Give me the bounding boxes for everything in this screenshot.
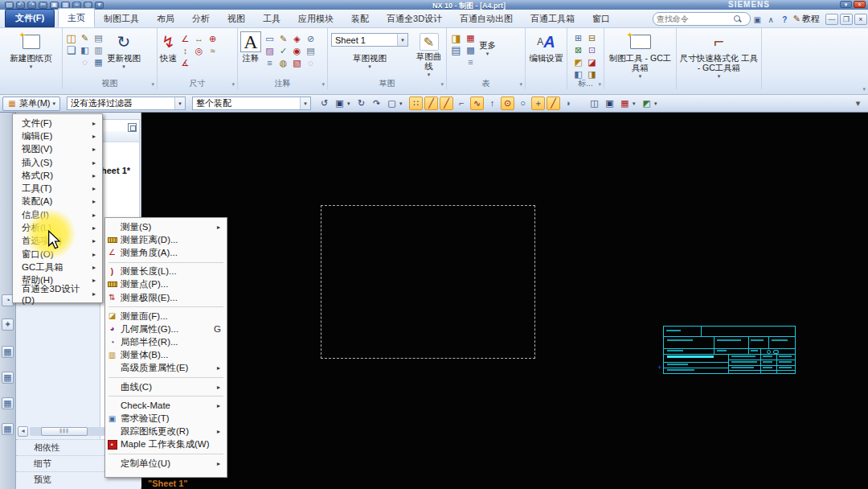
note-button[interactable]: A 注释: [238, 30, 264, 68]
tab-baitong-3d[interactable]: 百通全3D设计: [378, 10, 451, 27]
bend-table-icon[interactable]: [465, 44, 477, 55]
chamfer-dimension-icon[interactable]: [207, 45, 219, 56]
sheet-combo-dropdown-icon[interactable]: [397, 34, 407, 46]
selection-scope-combo[interactable]: 整个装配: [192, 97, 311, 110]
sheet-tab-label[interactable]: "Sheet 1": [148, 479, 188, 488]
command-finder[interactable]: [653, 12, 751, 26]
submenu-item-measure-face[interactable]: 测量面(F)...: [105, 310, 227, 323]
doc-close-button[interactable]: [854, 14, 867, 25]
app-close-button[interactable]: [854, 1, 866, 8]
submenu-item-measure-extrema[interactable]: 测量极限(E)...: [105, 291, 227, 304]
doc-minimize-button[interactable]: [825, 14, 838, 25]
more-dropdown-icon[interactable]: [486, 51, 489, 57]
submenu-item-maple-worksheet[interactable]: Maple 工作表集成(W): [105, 438, 227, 451]
std-icon-2[interactable]: [586, 32, 598, 43]
layer-settings-icon[interactable]: [618, 97, 632, 110]
menu-item-gc-toolbox[interactable]: GC工具箱: [13, 261, 102, 273]
more-button[interactable]: 更多: [477, 30, 498, 68]
wcs-dynamics-icon[interactable]: [588, 97, 601, 110]
datum-target-icon[interactable]: [305, 33, 317, 44]
menu-item-baitong-3d[interactable]: 百通全3D设计(D): [13, 287, 102, 300]
full-screen-icon[interactable]: [840, 1, 852, 8]
view-operations-dropdown-icon[interactable]: [654, 101, 661, 107]
tutorial-button[interactable]: 教程: [793, 13, 820, 25]
gc-dimension-format-button[interactable]: 尺寸快速格式化 工具 - GC工具箱: [677, 30, 761, 81]
snapshot-dropdown-icon[interactable]: [347, 101, 354, 107]
tab-layout[interactable]: 布局: [148, 10, 183, 27]
base-view-icon[interactable]: [65, 44, 77, 55]
selection-filter-combo[interactable]: 没有选择过滤器: [67, 97, 186, 110]
tab-home[interactable]: 主页: [58, 8, 95, 27]
feature-control-frame-icon[interactable]: [264, 33, 276, 44]
datum-feature-icon[interactable]: [291, 33, 303, 44]
menu-item-view[interactable]: 视图(V): [13, 143, 102, 156]
weld-symbol-icon[interactable]: [291, 57, 303, 68]
layer-dropdown-icon[interactable]: [633, 101, 639, 107]
tab-tools[interactable]: 工具: [254, 10, 289, 27]
snap-center-icon[interactable]: [501, 97, 514, 110]
ribbon-options-icon[interactable]: [862, 86, 866, 92]
snapshot-icon[interactable]: [333, 97, 346, 110]
annotation-edit-icon[interactable]: [277, 33, 289, 44]
copy-icon[interactable]: [50, 2, 59, 9]
tab-application[interactable]: 应用模块: [289, 10, 342, 27]
submenu-item-requirements-validation[interactable]: 需求验证(T): [105, 412, 227, 425]
angular-dimension-icon[interactable]: [179, 33, 191, 44]
view-group-launcher-icon[interactable]: [151, 81, 154, 88]
scrollbar-thumb[interactable]: ⦀⦀⦀: [41, 427, 88, 436]
snap-midpoint-icon[interactable]: [440, 97, 453, 110]
text-icon[interactable]: [264, 57, 276, 68]
assembly-navigator-icon[interactable]: [2, 346, 14, 358]
projected-view-icon[interactable]: [79, 32, 91, 43]
search-icon[interactable]: [734, 15, 741, 23]
roles-palette-icon[interactable]: [2, 318, 14, 331]
update-views-dropdown-icon[interactable]: [122, 64, 125, 70]
gc-dimension-dropdown-icon[interactable]: [718, 73, 721, 80]
balloon-icon[interactable]: [305, 57, 317, 68]
parts-list-icon[interactable]: [450, 44, 462, 55]
move-object-icon[interactable]: [603, 97, 616, 110]
snap-point-icon[interactable]: [409, 97, 423, 110]
table-note-icon[interactable]: [450, 32, 462, 43]
tab-assemblies[interactable]: 装配: [342, 10, 378, 27]
target-point-icon[interactable]: [291, 45, 303, 56]
symbol-check-icon[interactable]: [277, 45, 289, 56]
sketch-view-label[interactable]: 草图视图: [353, 53, 387, 63]
tab-drafting-tools[interactable]: 制图工具: [95, 10, 148, 27]
section-view-icon[interactable]: [92, 32, 104, 43]
crosshatch-icon[interactable]: [264, 45, 276, 56]
sketch-curve-dropdown-icon[interactable]: [428, 72, 431, 78]
menu-item-edit[interactable]: 编辑(E): [13, 129, 102, 142]
snap-pole-icon[interactable]: [485, 97, 499, 110]
snap-intersection-icon[interactable]: [531, 97, 545, 110]
image-icon[interactable]: [305, 45, 317, 56]
constraint-navigator-icon[interactable]: [2, 372, 14, 384]
tab-window[interactable]: 窗口: [583, 10, 619, 27]
snap-existing-point-icon[interactable]: [547, 97, 560, 110]
gc-drafting-dropdown-icon[interactable]: [639, 73, 642, 80]
linear-dimension-icon[interactable]: [193, 33, 205, 44]
std-icon-6[interactable]: [586, 56, 598, 68]
circle-view-icon[interactable]: [79, 56, 91, 68]
help-icon[interactable]: [779, 14, 791, 26]
submenu-item-measure[interactable]: 测量(S): [105, 220, 227, 233]
menu-item-insert[interactable]: 插入(S): [13, 156, 102, 169]
vertical-dimension-icon[interactable]: [179, 45, 191, 56]
rectangle-select-icon[interactable]: [385, 97, 399, 110]
radial-dimension-icon[interactable]: [207, 33, 219, 44]
hole-table-icon[interactable]: [465, 32, 477, 43]
snap-corner-icon[interactable]: [455, 97, 469, 110]
diameter-dimension-icon[interactable]: [193, 45, 205, 56]
new-sheet-button[interactable]: 新建图纸页: [0, 30, 62, 72]
tab-view[interactable]: 视图: [219, 10, 254, 27]
edit-settings-button[interactable]: AA 编辑设置: [526, 30, 567, 64]
table-group-launcher-icon[interactable]: [519, 81, 522, 88]
tab-baitong-toolbox[interactable]: 百通工具箱: [522, 10, 583, 27]
qat-customize-icon[interactable]: [95, 2, 104, 9]
selection-scope-dropdown-icon[interactable]: [300, 97, 310, 109]
view-wizard-icon[interactable]: [65, 32, 77, 43]
graphics-canvas[interactable]: "Sheet 1": [141, 113, 868, 489]
scroll-left-icon[interactable]: [18, 426, 28, 437]
sketch-group-launcher-icon[interactable]: [440, 81, 444, 88]
update-views-button[interactable]: 更新视图: [104, 30, 143, 72]
